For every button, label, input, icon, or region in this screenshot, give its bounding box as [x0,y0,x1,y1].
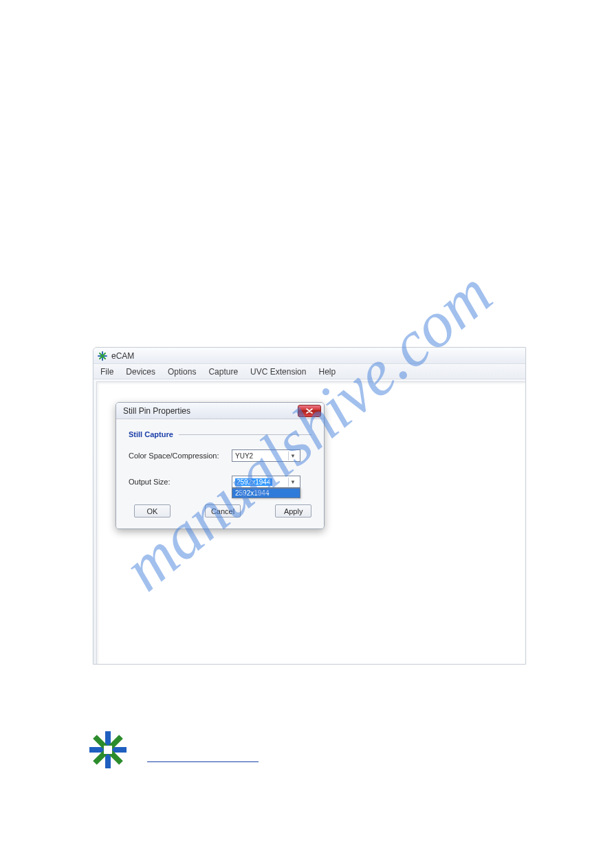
dropdown-color-space[interactable]: YUY2 ▼ [232,449,300,462]
menu-capture[interactable]: Capture [208,367,238,377]
chevron-down-icon: ▼ [288,478,297,487]
ecam-window: eCAM File Devices Options Capture UVC Ex… [93,347,526,665]
ecam-menubar: File Devices Options Capture UVC Extensi… [94,364,525,379]
ecam-title: eCAM [111,351,134,361]
group-header: Still Capture [129,430,311,438]
row-color-space: Color Space/Compression: YUY2 ▼ [129,449,311,462]
ecam-app-icon [98,351,107,361]
dialog-titlebar: Still Pin Properties [116,403,324,419]
dropdown-output-size-option[interactable]: 2592x1944 [232,489,300,498]
group-divider [179,434,311,435]
page-footer [88,730,259,770]
label-color-space: Color Space/Compression: [129,452,232,460]
menu-options[interactable]: Options [168,367,196,377]
group-title: Still Capture [129,430,173,438]
cancel-button[interactable]: Cancel [205,504,241,518]
still-pin-properties-dialog: Still Pin Properties Still Capture Color… [116,402,325,529]
dialog-title: Still Pin Properties [123,406,190,416]
dialog-buttons: OK Cancel Apply [129,504,311,518]
menu-devices[interactable]: Devices [126,367,155,377]
row-output-size: Output Size: 2592x1944 ▼ 2592x1944 [129,476,311,488]
footer-link-underline[interactable] [147,761,259,762]
dropdown-output-size[interactable]: 2592x1944 ▼ [232,476,300,488]
dialog-close-button[interactable] [298,405,321,417]
apply-button[interactable]: Apply [275,504,311,518]
svg-rect-8 [104,746,112,754]
dialog-body: Still Capture Color Space/Compression: Y… [116,419,324,528]
dropdown-output-size-list: 2592x1944 [232,488,300,498]
menu-help[interactable]: Help [318,367,336,377]
menu-file[interactable]: File [100,367,113,377]
dropdown-color-space-value: YUY2 [235,452,253,460]
ecam-titlebar: eCAM [94,348,525,364]
ok-button[interactable]: OK [134,504,171,518]
label-output-size: Output Size: [129,478,232,486]
close-icon [306,408,313,414]
footer-logo-icon [88,730,128,770]
dropdown-output-size-value: 2592x1944 [235,478,272,486]
menu-uvc-extension[interactable]: UVC Extension [250,367,306,377]
chevron-down-icon: ▼ [288,452,297,460]
